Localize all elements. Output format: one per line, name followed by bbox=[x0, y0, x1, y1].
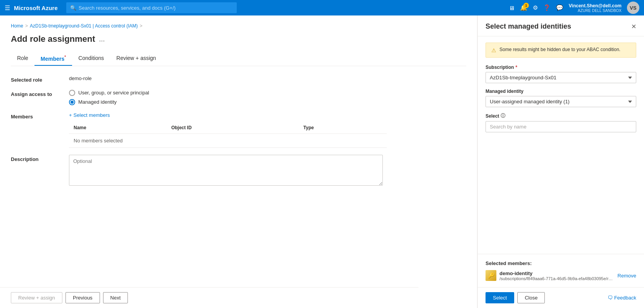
tab-role[interactable]: Role bbox=[11, 52, 34, 66]
select-label: Select ⓘ bbox=[486, 113, 636, 119]
monitor-icon[interactable]: 🖥 bbox=[509, 5, 515, 11]
next-button[interactable]: Next bbox=[103, 292, 128, 303]
notification-badge: 1 bbox=[523, 3, 529, 8]
user-name: Vincent.Shen@dell.com bbox=[569, 3, 622, 9]
selected-role-row: Selected role demo-role bbox=[11, 75, 466, 83]
settings-icon[interactable]: ⚙ bbox=[533, 4, 538, 11]
subscription-label: Subscription * bbox=[486, 65, 636, 70]
breadcrumb-home[interactable]: Home bbox=[11, 23, 23, 29]
radio-user-group[interactable]: User, group, or service principal bbox=[69, 90, 466, 96]
member-path: /subscriptions/f849aaa6-771a-46d5-9b9a-e… bbox=[499, 276, 615, 281]
right-panel-footer: Select Close 🗨 Feedback bbox=[478, 287, 644, 308]
radio-label-managed-identity: Managed identity bbox=[78, 99, 117, 105]
members-table: Name Object ID Type No members selected bbox=[69, 122, 387, 148]
warning-text: Some results might be hidden due to your… bbox=[499, 47, 620, 52]
close-button[interactable]: Close bbox=[517, 292, 545, 303]
members-row: Members + Select members Name Object ID … bbox=[11, 112, 466, 148]
feedback-icon[interactable]: 💬 bbox=[556, 4, 563, 11]
breadcrumb: Home > AzD1Sb-tmeplayground-Sx01 | Acces… bbox=[11, 23, 466, 29]
managed-identity-field-group: Managed identity User-assigned managed i… bbox=[486, 89, 636, 107]
help-icon[interactable]: ❓ bbox=[543, 4, 551, 11]
assign-access-label: Assign access to bbox=[11, 90, 69, 97]
radio-circle-empty bbox=[69, 90, 75, 96]
select-members-text: Select members bbox=[74, 112, 110, 118]
selected-members-section: Selected members: 🔑 demo-identity /subsc… bbox=[478, 254, 644, 287]
members-label: Members bbox=[11, 112, 69, 120]
radio-managed-identity[interactable]: Managed identity bbox=[69, 99, 466, 105]
avatar[interactable]: VS bbox=[627, 2, 639, 14]
member-name: demo-identity bbox=[499, 270, 615, 276]
selected-member-item: 🔑 demo-identity /subscriptions/f849aaa6-… bbox=[486, 270, 636, 281]
breadcrumb-sep1: > bbox=[25, 23, 28, 29]
bottom-bar: Review + assign Previous Next bbox=[0, 287, 418, 308]
breadcrumb-resource[interactable]: AzD1Sb-tmeplayground-Sx01 | Access contr… bbox=[30, 23, 138, 29]
search-input[interactable] bbox=[79, 5, 233, 11]
select-members-link[interactable]: + Select members bbox=[69, 112, 466, 118]
topbar: ☰ Microsoft Azure 🔍 🖥 🔔 1 ⚙ ❓ 💬 Vincent.… bbox=[0, 0, 644, 15]
breadcrumb-sep2: > bbox=[140, 23, 143, 29]
main-layout: Home > AzD1Sb-tmeplayground-Sx01 | Acces… bbox=[0, 15, 644, 308]
member-info: demo-identity /subscriptions/f849aaa6-77… bbox=[499, 270, 615, 281]
remove-member-link[interactable]: Remove bbox=[618, 273, 636, 279]
global-search[interactable]: 🔍 bbox=[66, 2, 237, 13]
search-by-name-input[interactable] bbox=[486, 121, 636, 132]
page-title-row: Add role assignment ... bbox=[11, 34, 466, 44]
managed-identity-select[interactable]: User-assigned managed identity (1) bbox=[486, 96, 636, 107]
previous-button[interactable]: Previous bbox=[65, 292, 100, 303]
feedback-link[interactable]: 🗨 Feedback bbox=[608, 295, 636, 301]
col-object-id: Object ID bbox=[167, 122, 299, 134]
selected-role-value: demo-role bbox=[69, 75, 92, 81]
topbar-right: 🖥 🔔 1 ⚙ ❓ 💬 Vincent.Shen@dell.com AZURE … bbox=[509, 2, 639, 14]
col-type: Type bbox=[299, 122, 387, 134]
assign-access-row: Assign access to User, group, or service… bbox=[11, 90, 466, 105]
page-title: Add role assignment bbox=[11, 34, 95, 44]
table-row: No members selected bbox=[69, 133, 387, 147]
plus-icon: + bbox=[69, 112, 72, 118]
notification-icon[interactable]: 🔔 1 bbox=[520, 4, 527, 11]
radio-group: User, group, or service principal Manage… bbox=[69, 90, 466, 105]
description-label: Description bbox=[11, 155, 69, 162]
radio-circle-filled bbox=[69, 99, 75, 105]
no-members-text: No members selected bbox=[69, 133, 387, 147]
description-textarea[interactable] bbox=[69, 155, 383, 186]
tab-review-assign[interactable]: Review + assign bbox=[110, 52, 162, 66]
subscription-field-group: Subscription * AzD1Sb-tmeplayground-Sx01 bbox=[486, 65, 636, 83]
selected-members-label: Selected members: bbox=[486, 260, 636, 266]
warning-banner: ⚠ Some results might be hidden due to yo… bbox=[486, 43, 636, 58]
tab-members[interactable]: Members* bbox=[34, 52, 72, 66]
tab-conditions[interactable]: Conditions bbox=[72, 52, 110, 66]
subscription-required: * bbox=[515, 65, 517, 70]
review-assign-button[interactable]: Review + assign bbox=[11, 292, 62, 303]
app-logo: Microsoft Azure bbox=[14, 5, 58, 11]
search-icon: 🔍 bbox=[70, 5, 76, 11]
managed-identity-label: Managed identity bbox=[486, 89, 636, 94]
right-panel: Select managed identities ✕ ⚠ Some resul… bbox=[477, 15, 644, 308]
member-icon: 🔑 bbox=[486, 270, 496, 281]
feedback-text: Feedback bbox=[614, 295, 636, 301]
footer-buttons: Select Close bbox=[486, 292, 545, 303]
select-button[interactable]: Select bbox=[486, 292, 514, 303]
right-panel-header: Select managed identities ✕ bbox=[478, 15, 644, 36]
left-panel: Home > AzD1Sb-tmeplayground-Sx01 | Acces… bbox=[0, 15, 477, 308]
tabs: Role Members* Conditions Review + assign bbox=[11, 52, 466, 66]
members-required-dot: * bbox=[64, 55, 66, 59]
select-field-group: Select ⓘ bbox=[486, 113, 636, 132]
close-panel-button[interactable]: ✕ bbox=[631, 23, 636, 30]
more-options-icon[interactable]: ... bbox=[99, 35, 105, 43]
feedback-chat-icon: 🗨 bbox=[608, 295, 613, 301]
right-panel-title: Select managed identities bbox=[486, 22, 571, 31]
right-panel-body: ⚠ Some results might be hidden due to yo… bbox=[478, 36, 644, 254]
user-subscription: AZURE DELL SANDBOX bbox=[578, 9, 622, 13]
warning-icon: ⚠ bbox=[491, 47, 496, 53]
subscription-select[interactable]: AzD1Sb-tmeplayground-Sx01 bbox=[486, 72, 636, 83]
user-info: Vincent.Shen@dell.com AZURE DELL SANDBOX bbox=[569, 3, 622, 13]
radio-label-user-group: User, group, or service principal bbox=[78, 90, 149, 96]
select-info-icon[interactable]: ⓘ bbox=[501, 113, 505, 119]
col-name: Name bbox=[69, 122, 167, 134]
selected-role-label: Selected role bbox=[11, 75, 69, 83]
hamburger-icon[interactable]: ☰ bbox=[5, 4, 10, 12]
description-row: Description bbox=[11, 155, 466, 187]
